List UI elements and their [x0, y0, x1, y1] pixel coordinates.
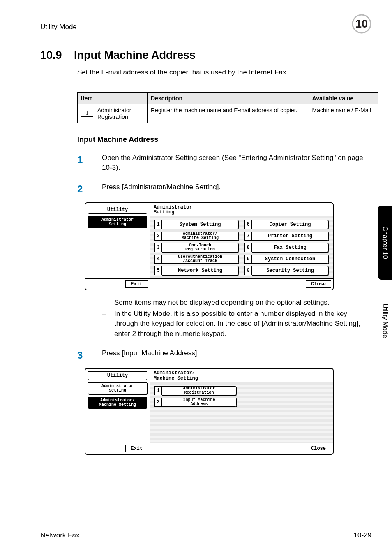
panel-title: Administrator Setting: [150, 203, 333, 216]
th-item: Item: [78, 92, 148, 104]
table-row: I Administrator Registration Register th…: [78, 104, 378, 123]
step-notes: –Some items may not be displayed dependi…: [102, 298, 371, 339]
menu-number: 1: [154, 386, 162, 395]
intro-text: Set the E-mail address of the copier tha…: [77, 67, 371, 77]
panel-title: Administrator/ Machine Setting: [150, 369, 333, 382]
menu-number: 2: [154, 398, 162, 407]
close-button[interactable]: Close: [306, 280, 331, 288]
note-1: Some items may not be displayed dependin…: [114, 298, 371, 308]
device-screenshot-machine-setting: Utility Administrator Setting Administra…: [85, 368, 334, 454]
close-button[interactable]: Close: [306, 445, 331, 452]
exit-button[interactable]: Exit: [125, 280, 148, 288]
step-text: Press [Inpur Machine Address].: [102, 348, 371, 363]
th-avail: Available value: [309, 92, 378, 104]
step-number: 1: [77, 153, 85, 173]
menu-number: 1: [154, 220, 162, 229]
section-number: 10.9: [40, 49, 62, 61]
menu-button[interactable]: 2Input Machine Address: [154, 398, 237, 407]
menu-label: Copier Setting: [252, 220, 329, 229]
menu-button[interactable]: 0Security Setting: [244, 266, 329, 275]
item-name: Administrator Registration: [97, 107, 144, 120]
header-breadcrumb: Utility Mode: [40, 23, 77, 31]
exit-button[interactable]: Exit: [125, 445, 148, 452]
menu-number: 5: [154, 266, 162, 275]
step-number: 2: [77, 182, 85, 197]
step-1: 1 Open the Administrator Setting screen …: [77, 153, 371, 173]
menu-button[interactable]: 7Printer Setting: [244, 232, 329, 241]
menu-label: System Connection: [252, 255, 329, 264]
note-2: In the Utility Mode, it is also possible…: [114, 309, 371, 339]
menu-label: System Setting: [162, 220, 239, 229]
step-2: 2 Press [Administrator/Machine Setting].: [77, 182, 371, 197]
menu-label: Fax Setting: [252, 243, 329, 252]
panel-tab-admin-setting[interactable]: Administrator Setting: [88, 382, 147, 394]
menu-button[interactable]: 1System Setting: [154, 220, 239, 229]
page-header: Utility Mode 10: [40, 12, 371, 33]
step-number: 3: [77, 348, 85, 363]
menu-number: 9: [244, 255, 252, 264]
menu-label: Printer Setting: [252, 232, 329, 241]
th-desc: Description: [148, 92, 309, 104]
menu-label: Security Setting: [252, 266, 329, 275]
footer-right: 10-29: [354, 531, 371, 540]
menu-button[interactable]: 3One-Touch Registration: [154, 243, 239, 252]
menu-number: 6: [244, 220, 252, 229]
step-text: Open the Administrator Setting screen (S…: [102, 153, 371, 173]
menu-label: Administrator/ Machine Setting: [162, 232, 239, 241]
menu-number: 2: [154, 232, 162, 241]
menu-button[interactable]: 5Network Setting: [154, 266, 239, 275]
menu-number: 0: [244, 266, 252, 275]
menu-label: Network Setting: [162, 266, 239, 275]
chapter-badge: 10: [352, 14, 371, 34]
menu-label: Input Machine Address: [162, 398, 237, 407]
item-avail: Machine name / E-Mail: [309, 104, 378, 123]
menu-button[interactable]: 8Fax Setting: [244, 243, 329, 252]
page-footer: Network Fax 10-29: [40, 527, 371, 540]
step-text: Press [Administrator/Machine Setting].: [102, 182, 371, 197]
chapter-number: 10: [352, 14, 371, 34]
subheading: Input Machine Address: [77, 135, 371, 144]
menu-button[interactable]: 2Administrator/ Machine Setting: [154, 232, 239, 241]
section-title: Input Machine Address: [74, 49, 196, 61]
panel-tab-admin-setting[interactable]: Administrator Setting: [88, 216, 147, 228]
section-heading: 10.9 Input Machine Address: [40, 49, 371, 62]
menu-label: UserAuthentication /Account Track: [162, 255, 239, 264]
menu-button[interactable]: 9System Connection: [244, 255, 329, 264]
menu-button[interactable]: 1Administrator Registration: [154, 386, 237, 395]
roman-numeral-box: I: [81, 109, 93, 117]
menu-label: One-Touch Registration: [162, 243, 239, 252]
menu-number: 3: [154, 243, 162, 252]
device-screenshot-admin-setting: Utility Administrator Setting Exit Admin…: [85, 202, 334, 290]
menu-label: Administrator Registration: [162, 386, 237, 395]
menu-button[interactable]: 4UserAuthentication /Account Track: [154, 255, 239, 264]
menu-number: 7: [244, 232, 252, 241]
item-desc: Register the machine name and E-mail add…: [148, 104, 309, 123]
panel-tab-utility[interactable]: Utility: [88, 206, 147, 214]
menu-button[interactable]: 6Copier Setting: [244, 220, 329, 229]
footer-left: Network Fax: [40, 531, 79, 540]
panel-tab-utility[interactable]: Utility: [88, 371, 147, 380]
side-tab-mode: Utility Mode: [378, 284, 392, 358]
parameters-table: Item Description Available value I Admin…: [77, 92, 378, 123]
menu-number: 4: [154, 255, 162, 264]
step-3: 3 Press [Inpur Machine Address].: [77, 348, 371, 363]
panel-tab-machine-setting[interactable]: Administrator/ Machine Setting: [88, 397, 147, 409]
side-tab-chapter: Chapter 10: [378, 206, 392, 280]
menu-number: 8: [244, 243, 252, 252]
